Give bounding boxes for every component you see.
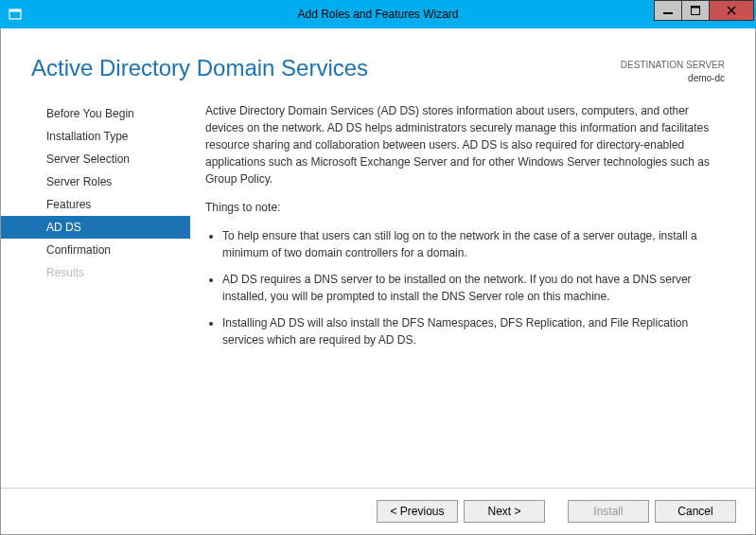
next-button[interactable]: Next > bbox=[464, 500, 545, 523]
note-item: Installing AD DS will also install the D… bbox=[222, 314, 729, 348]
minimize-button[interactable] bbox=[654, 0, 682, 21]
note-item: AD DS requires a DNS server to be instal… bbox=[222, 271, 729, 305]
cancel-button[interactable]: Cancel bbox=[655, 500, 736, 523]
destination-label: DESTINATION SERVER bbox=[621, 59, 725, 72]
nav-item-server-selection[interactable]: Server Selection bbox=[1, 148, 190, 170]
nav-item-server-roles[interactable]: Server Roles bbox=[1, 170, 190, 193]
wizard-body: Active Directory Domain Services DESTINA… bbox=[0, 28, 756, 535]
note-item: To help ensure that users can still log … bbox=[222, 227, 729, 261]
window-title: Add Roles and Features Wizard bbox=[0, 8, 756, 21]
nav-item-confirmation[interactable]: Confirmation bbox=[1, 239, 190, 261]
svg-rect-2 bbox=[663, 12, 673, 14]
destination-server: DESTINATION SERVER demo-dc bbox=[621, 59, 725, 85]
svg-rect-4 bbox=[692, 7, 700, 9]
nav-item-results: Results bbox=[1, 261, 190, 284]
footer: < Previous Next > Install Cancel bbox=[1, 488, 755, 534]
app-icon bbox=[8, 7, 23, 22]
maximize-button[interactable] bbox=[681, 0, 710, 21]
main-panel: Active Directory Domain Services (AD DS)… bbox=[190, 95, 755, 488]
previous-button[interactable]: < Previous bbox=[377, 500, 458, 523]
titlebar: Add Roles and Features Wizard bbox=[0, 0, 756, 28]
install-button: Install bbox=[568, 500, 649, 523]
svg-rect-1 bbox=[9, 9, 21, 12]
sidebar: Before You BeginInstallation TypeServer … bbox=[1, 95, 190, 488]
nav-item-before-you-begin[interactable]: Before You Begin bbox=[1, 102, 190, 125]
notes-heading: Things to note: bbox=[205, 199, 729, 216]
page-title: Active Directory Domain Services bbox=[31, 55, 368, 81]
nav-item-ad-ds[interactable]: AD DS bbox=[1, 216, 190, 239]
nav-item-installation-type[interactable]: Installation Type bbox=[1, 125, 190, 148]
notes-list: To help ensure that users can still log … bbox=[205, 227, 729, 348]
close-button[interactable] bbox=[709, 0, 754, 21]
content-row: Before You BeginInstallation TypeServer … bbox=[1, 95, 755, 488]
intro-text: Active Directory Domain Services (AD DS)… bbox=[205, 102, 729, 187]
window-controls bbox=[654, 0, 756, 28]
nav-item-features[interactable]: Features bbox=[1, 193, 190, 216]
destination-name: demo-dc bbox=[621, 72, 725, 85]
header-area: Active Directory Domain Services DESTINA… bbox=[1, 28, 755, 95]
